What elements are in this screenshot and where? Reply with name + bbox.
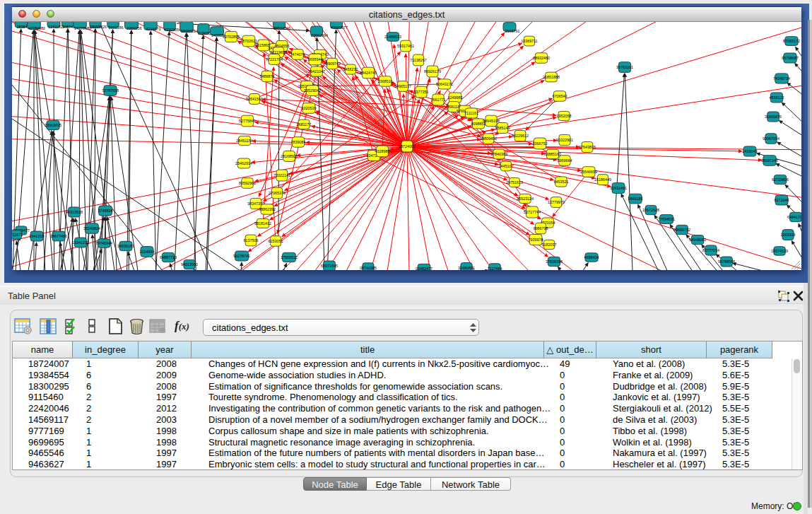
svg-text:79740344: 79740344: [95, 241, 112, 245]
svg-text:22219693: 22219693: [270, 50, 287, 54]
svg-text:2941318: 2941318: [30, 234, 45, 238]
svg-text:1020539: 1020539: [302, 106, 317, 110]
svg-text:5969664: 5969664: [558, 158, 572, 163]
svg-text:7111161: 7111161: [464, 111, 478, 115]
svg-text:87083172: 87083172: [783, 39, 800, 43]
svg-text:34936183: 34936183: [117, 244, 134, 248]
svg-text:99809402: 99809402: [480, 136, 497, 141]
svg-text:37826398: 37826398: [546, 259, 563, 264]
svg-text:6453521: 6453521: [554, 180, 569, 184]
svg-text:62729806: 62729806: [772, 177, 789, 182]
svg-text:13341232: 13341232: [72, 240, 89, 245]
svg-text:2368516: 2368516: [378, 79, 393, 83]
svg-text:74348734: 74348734: [773, 76, 790, 81]
svg-text:77694531: 77694531: [658, 217, 675, 221]
svg-text:1003309: 1003309: [781, 233, 796, 237]
svg-text:88937346: 88937346: [761, 158, 778, 163]
svg-text:35240824: 35240824: [83, 226, 100, 230]
svg-text:1024994: 1024994: [140, 250, 155, 254]
svg-text:90278742: 90278742: [233, 254, 250, 258]
svg-text:16572628: 16572628: [642, 208, 659, 212]
svg-text:72787558: 72787558: [102, 88, 119, 93]
svg-text:25546659: 25546659: [580, 170, 597, 174]
svg-text:68862392: 68862392: [259, 207, 276, 211]
svg-text:3749894: 3749894: [98, 209, 113, 213]
svg-text:28451154: 28451154: [236, 139, 253, 143]
svg-text:90967054: 90967054: [763, 136, 779, 141]
svg-text:31931491: 31931491: [610, 186, 627, 190]
svg-text:5865185: 5865185: [628, 197, 643, 201]
svg-text:33963605: 33963605: [45, 123, 61, 127]
svg-text:27065379: 27065379: [269, 191, 286, 195]
svg-text:8366752: 8366752: [533, 141, 548, 146]
svg-text:99650752: 99650752: [673, 228, 690, 232]
svg-text:64887719: 64887719: [160, 255, 177, 259]
svg-text:58181412: 58181412: [254, 221, 271, 226]
svg-text:24278680: 24278680: [74, 26, 91, 30]
svg-text:5377351: 5377351: [414, 90, 429, 94]
svg-text:1952058: 1952058: [557, 114, 572, 118]
svg-text:7661771: 7661771: [431, 98, 446, 102]
svg-text:77221704: 77221704: [266, 57, 283, 62]
svg-text:88424745: 88424745: [360, 71, 377, 75]
svg-text:80592962: 80592962: [239, 181, 256, 185]
svg-text:91022901: 91022901: [556, 138, 573, 142]
svg-text:4216073: 4216073: [146, 27, 161, 31]
svg-text:33529042: 33529042: [304, 88, 321, 93]
svg-text:83777014: 83777014: [702, 248, 719, 252]
svg-text:43699577: 43699577: [331, 25, 348, 30]
svg-text:28168505: 28168505: [281, 154, 298, 158]
svg-text:5486874: 5486874: [260, 74, 275, 78]
svg-text:5182037: 5182037: [542, 243, 557, 247]
svg-text:9986798: 9986798: [534, 226, 548, 230]
svg-text:6272046: 6272046: [775, 198, 789, 202]
svg-text:23662994: 23662994: [311, 33, 328, 37]
svg-text:2419049: 2419049: [743, 149, 758, 153]
svg-text:28059826: 28059826: [90, 25, 107, 29]
svg-text:4711671: 4711671: [12, 233, 23, 237]
svg-text:21851888: 21851888: [543, 75, 560, 79]
svg-text:18724007: 18724007: [399, 144, 416, 148]
svg-text:15186449: 15186449: [594, 177, 611, 182]
svg-text:64641708: 64641708: [787, 215, 801, 219]
svg-text:31665876: 31665876: [765, 115, 782, 119]
svg-text:36763201: 36763201: [616, 65, 633, 69]
svg-text:52775841: 52775841: [239, 119, 256, 123]
svg-text:12779979: 12779979: [548, 200, 565, 204]
svg-text:17565512: 17565512: [281, 255, 298, 259]
svg-text:71138267: 71138267: [410, 58, 427, 62]
svg-text:4658404: 4658404: [584, 255, 599, 259]
svg-text:52717744: 52717744: [524, 210, 541, 214]
svg-text:50643171: 50643171: [436, 82, 453, 86]
svg-text:6706540: 6706540: [553, 94, 567, 98]
svg-text:10369711: 10369711: [521, 39, 538, 43]
svg-text:1585149: 1585149: [495, 126, 510, 130]
svg-text:83885160: 83885160: [544, 152, 561, 156]
svg-text:50541566: 50541566: [246, 97, 263, 101]
svg-text:4328986: 4328986: [375, 149, 390, 153]
svg-text:7839084: 7839084: [291, 140, 306, 144]
svg-text:59317461: 59317461: [397, 44, 414, 48]
svg-text:42784980: 42784980: [28, 26, 45, 30]
svg-text:54948083: 54948083: [689, 238, 706, 242]
svg-text:4558122: 4558122: [770, 95, 784, 100]
svg-text:25462914: 25462914: [235, 161, 252, 165]
svg-text:40909743: 40909743: [324, 62, 341, 66]
svg-text:54965137: 54965137: [394, 84, 411, 88]
svg-text:7127484: 7127484: [488, 267, 502, 270]
svg-text:19374529: 19374529: [771, 249, 788, 253]
svg-text:44313518: 44313518: [66, 210, 83, 214]
svg-text:32480861: 32480861: [458, 266, 475, 270]
svg-text:6153051: 6153051: [269, 239, 283, 243]
svg-text:38677496: 38677496: [50, 234, 67, 238]
svg-text:2003791: 2003791: [505, 29, 520, 33]
svg-text:1456232: 1456232: [343, 67, 358, 71]
svg-text:50229612: 50229612: [512, 134, 529, 138]
svg-text:97840369: 97840369: [490, 152, 507, 156]
svg-text:08932460: 08932460: [533, 56, 550, 60]
svg-text:59514846: 59514846: [273, 26, 290, 30]
svg-text:6137506: 6137506: [244, 238, 259, 243]
svg-text:95788568: 95788568: [718, 259, 735, 264]
svg-text:1249985: 1249985: [448, 95, 463, 100]
svg-text:62702895: 62702895: [223, 35, 240, 39]
